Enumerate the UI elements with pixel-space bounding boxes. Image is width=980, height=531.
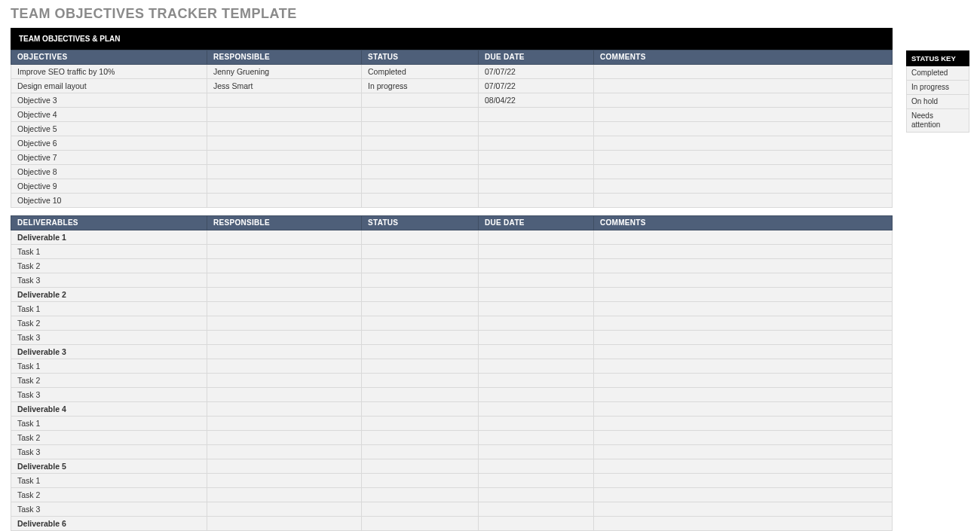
cell[interactable]: Objective 10 [11,194,207,208]
cell[interactable] [594,302,893,316]
cell[interactable]: Deliverable 3 [11,345,207,359]
cell[interactable]: Task 3 [11,331,207,345]
cell[interactable] [362,417,479,431]
cell[interactable]: Task 1 [11,245,207,259]
cell[interactable] [362,517,479,531]
cell[interactable] [479,388,594,402]
cell[interactable] [207,417,362,431]
cell[interactable] [479,316,594,331]
cell[interactable] [207,194,362,208]
cell[interactable] [362,108,479,122]
cell[interactable] [362,259,479,273]
cell[interactable] [207,151,362,165]
cell[interactable] [594,151,893,165]
cell[interactable]: Objective 6 [11,136,207,151]
cell[interactable] [594,445,893,459]
cell[interactable] [207,517,362,531]
cell[interactable] [207,93,362,108]
cell[interactable] [207,259,362,273]
cell[interactable] [479,179,594,194]
cell[interactable]: Task 2 [11,488,207,502]
cell[interactable] [479,417,594,431]
cell[interactable] [479,122,594,136]
cell[interactable] [594,136,893,151]
cell[interactable] [362,345,479,359]
cell[interactable] [207,502,362,517]
cell[interactable]: Design email layout [11,79,207,93]
cell[interactable]: Task 2 [11,259,207,273]
cell[interactable] [594,488,893,502]
cell[interactable] [594,388,893,402]
cell[interactable]: Completed [362,65,479,79]
cell[interactable] [594,431,893,445]
cell[interactable] [594,194,893,208]
cell[interactable] [207,374,362,388]
cell[interactable] [594,245,893,259]
cell[interactable] [207,445,362,459]
cell[interactable] [207,179,362,194]
cell[interactable] [479,165,594,179]
cell[interactable] [362,474,479,488]
cell[interactable] [362,179,479,194]
cell[interactable]: Task 1 [11,302,207,316]
cell[interactable] [594,108,893,122]
cell[interactable] [362,136,479,151]
cell[interactable] [594,345,893,359]
cell[interactable]: 07/07/22 [479,79,594,93]
cell[interactable] [362,288,479,302]
cell[interactable] [362,122,479,136]
cell[interactable] [362,388,479,402]
cell[interactable] [207,474,362,488]
cell[interactable]: 08/04/22 [479,93,594,108]
cell[interactable]: Jess Smart [207,79,362,93]
cell[interactable] [479,302,594,316]
cell[interactable] [594,359,893,374]
cell[interactable] [479,194,594,208]
cell[interactable]: Task 2 [11,431,207,445]
cell[interactable] [362,93,479,108]
cell[interactable] [362,331,479,345]
cell[interactable]: Deliverable 4 [11,402,207,417]
cell[interactable]: Task 3 [11,445,207,459]
cell[interactable]: Objective 9 [11,179,207,194]
cell[interactable] [207,122,362,136]
cell[interactable]: Task 1 [11,474,207,488]
cell[interactable] [362,402,479,417]
cell[interactable] [207,331,362,345]
cell[interactable] [479,459,594,474]
cell[interactable] [207,431,362,445]
cell[interactable]: Jenny Gruening [207,65,362,79]
cell[interactable]: Task 3 [11,273,207,288]
cell[interactable] [207,108,362,122]
cell[interactable] [479,288,594,302]
cell[interactable] [479,374,594,388]
cell[interactable] [479,445,594,459]
cell[interactable] [479,502,594,517]
cell[interactable] [594,402,893,417]
cell[interactable] [594,417,893,431]
cell[interactable]: Deliverable 2 [11,288,207,302]
cell[interactable] [594,517,893,531]
cell[interactable] [594,273,893,288]
cell[interactable] [479,230,594,245]
cell[interactable]: Objective 7 [11,151,207,165]
cell[interactable] [594,165,893,179]
cell[interactable] [207,230,362,245]
cell[interactable]: Objective 5 [11,122,207,136]
cell[interactable] [594,179,893,194]
cell[interactable] [362,459,479,474]
cell[interactable]: Deliverable 6 [11,517,207,531]
cell[interactable] [362,488,479,502]
cell[interactable] [207,302,362,316]
cell[interactable] [207,459,362,474]
cell[interactable] [207,165,362,179]
cell[interactable] [207,245,362,259]
cell[interactable] [479,108,594,122]
cell[interactable] [479,259,594,273]
cell[interactable] [479,273,594,288]
cell[interactable] [594,474,893,488]
cell[interactable] [594,459,893,474]
cell[interactable] [362,316,479,331]
cell[interactable] [479,345,594,359]
cell[interactable] [207,136,362,151]
